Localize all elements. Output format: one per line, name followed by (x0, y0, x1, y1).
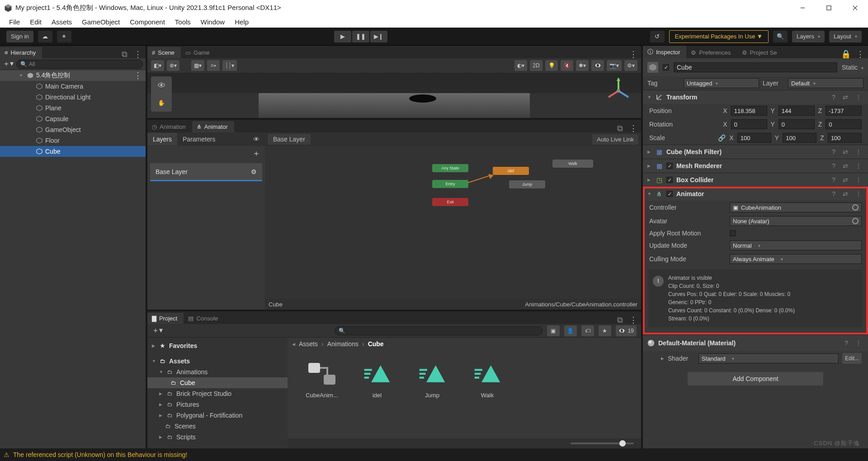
component-menu-icon[interactable]: ⋮ (854, 340, 863, 346)
visibility-toggle[interactable]: 👁‍🗨 (591, 60, 604, 71)
component-enable-checkbox[interactable] (666, 177, 673, 183)
gameobject-name-field[interactable] (674, 62, 837, 72)
help-icon[interactable]: ? (830, 190, 837, 198)
step-button[interactable]: ▶❙ (370, 31, 387, 42)
favorite-search-icon[interactable]: 🏷 (581, 325, 594, 336)
hierarchy-item[interactable]: Directional Light (0, 92, 146, 103)
lighting-toggle[interactable]: 💡 (545, 60, 558, 71)
hierarchy-popout-icon[interactable]: ⧉ (119, 50, 130, 58)
fx-toggle[interactable]: ✱▾ (576, 60, 589, 71)
menu-gameobject[interactable]: GameObject (77, 17, 124, 27)
state-entry[interactable]: Entry (432, 180, 468, 188)
close-button[interactable] (842, 0, 868, 16)
hierarchy-search[interactable]: 🔍All (16, 60, 143, 69)
rot-z-field[interactable]: 0 (826, 119, 862, 129)
state-exit[interactable]: Exit (432, 198, 468, 206)
shader-dropdown[interactable]: Standard (698, 353, 839, 363)
lock-icon[interactable]: 🔒 (839, 50, 853, 58)
folder-row-selected[interactable]: 🗀Cube (147, 377, 288, 388)
project-popout-icon[interactable]: ⧉ (614, 316, 626, 324)
breadcrumb-item[interactable]: Cube (368, 340, 384, 348)
minimize-button[interactable] (789, 0, 816, 16)
scene-viewport[interactable]: ✋ (147, 73, 641, 118)
animator-popout-icon[interactable]: ⧉ (614, 124, 626, 132)
breadcrumb-item[interactable]: Base Layer (268, 134, 311, 145)
asset-item[interactable]: Walk (467, 359, 508, 399)
camera-toggle[interactable]: 📷▾ (607, 60, 622, 71)
scene-menu-icon[interactable]: ⋮ (134, 71, 146, 80)
add-component-button[interactable]: Add Component (688, 372, 823, 386)
component-header-meshrenderer[interactable]: ▶▦Mesh Renderer?⇄⋮ (643, 159, 868, 173)
shading-dropdown[interactable]: ◧▾ (151, 60, 164, 71)
assets-root[interactable]: ▼🗀Assets (147, 356, 288, 367)
pos-z-field[interactable]: -1737 (826, 106, 862, 116)
preset-icon[interactable]: ⇄ (841, 176, 850, 183)
edit-shader-button[interactable]: Edit... (842, 353, 862, 364)
animator-graph[interactable]: Any State Entry Exit idel Walk Jump (265, 146, 641, 299)
scl-z-field[interactable]: 100 (828, 133, 862, 143)
object-picker-icon[interactable] (852, 218, 859, 224)
hierarchy-menu-icon[interactable]: ⋮ (130, 50, 146, 58)
hierarchy-item[interactable]: Capsule (0, 113, 146, 124)
scl-x-field[interactable]: 100 (737, 133, 771, 143)
help-icon[interactable]: ? (830, 148, 837, 155)
component-menu-icon[interactable]: ⋮ (854, 163, 863, 169)
breadcrumb-item[interactable]: Assets (299, 340, 318, 348)
tab-preferences[interactable]: ⚙Preferences (686, 47, 737, 58)
state-walk[interactable]: Walk (552, 160, 593, 168)
hidden-toggle[interactable]: 👁‍🗨19 (616, 325, 637, 336)
folder-row[interactable]: ▶🗀Pictures (147, 399, 288, 410)
search-by-type-icon[interactable]: ▣ (547, 325, 560, 336)
component-header-transform[interactable]: ▼ Transform ? ⇄ ⋮ (643, 90, 868, 104)
preset-icon[interactable]: ⇄ (841, 190, 850, 198)
orientation-gizmo[interactable] (605, 77, 632, 104)
folder-row[interactable]: ▶🗀Brick Project Studio (147, 388, 288, 399)
component-menu-icon[interactable]: ⋮ (854, 177, 863, 183)
grid-button[interactable]: ▦▾ (191, 60, 204, 71)
component-menu-icon[interactable]: ⋮ (854, 149, 863, 155)
update-mode-dropdown[interactable]: Normal (730, 240, 862, 250)
menu-window[interactable]: Window (196, 17, 229, 27)
signin-button[interactable]: Sign in (6, 31, 33, 42)
search-icon[interactable]: 🔍 (773, 31, 788, 42)
component-header-boxcollider[interactable]: ▶◳Box Collider?⇄⋮ (643, 173, 868, 187)
help-icon[interactable]: ? (830, 176, 837, 183)
controller-field[interactable]: ▣CubeAnimation (730, 202, 862, 212)
menu-tools[interactable]: Tools (170, 17, 195, 27)
eye-icon[interactable]: 👁 (248, 136, 265, 143)
project-thumbsize-slider[interactable] (288, 438, 641, 448)
folder-row[interactable]: ▶🗀Polygonal - Fortification (147, 410, 288, 421)
help-icon[interactable]: ? (830, 94, 837, 101)
avatar-field[interactable]: None (Avatar) (730, 216, 862, 226)
material-header[interactable]: Default-Material (Material) ? ⋮ (643, 335, 868, 351)
animator-parameters-tab[interactable]: Parameters (177, 133, 221, 146)
asset-item[interactable]: idel (356, 359, 398, 399)
animator-layers-tab[interactable]: Layers (147, 133, 177, 146)
tab-console[interactable]: ▤Console (184, 313, 224, 324)
layers-dropdown[interactable]: Layers (792, 31, 825, 42)
menu-help[interactable]: Help (230, 17, 253, 27)
component-menu-icon[interactable]: ⋮ (854, 94, 863, 100)
hierarchy-item[interactable]: Plane (0, 103, 146, 113)
add-layer-button[interactable]: ＋ (252, 148, 260, 159)
scl-y-field[interactable]: 100 (783, 133, 816, 143)
save-search-icon[interactable]: ★ (599, 325, 611, 336)
object-picker-icon[interactable] (852, 204, 859, 211)
favorites-header[interactable]: ▶★Favorites (147, 340, 288, 351)
tab-game[interactable]: ▭Game (181, 47, 216, 58)
rot-x-field[interactable]: 0 (731, 119, 767, 129)
menu-file[interactable]: File (5, 17, 24, 27)
tab-project[interactable]: ▇Project (147, 313, 184, 324)
experimental-packages-badge[interactable]: Experimental Packages In Use ▼ (669, 30, 769, 43)
hierarchy-item[interactable]: GameObject (0, 124, 146, 135)
preset-icon[interactable]: ⇄ (841, 148, 850, 155)
breadcrumb-back-icon[interactable]: ◂ (292, 340, 295, 348)
undo-history-icon[interactable]: ↺ (650, 31, 665, 42)
inspector-menu-icon[interactable]: ⋮ (853, 50, 868, 58)
scene-menu-icon[interactable]: ⋮ (626, 50, 641, 58)
hierarchy-item[interactable]: Main Camera (0, 81, 146, 92)
state-idel[interactable]: idel (493, 167, 529, 175)
project-add-button[interactable]: ＋▾ (152, 326, 163, 335)
pause-button[interactable]: ❚❚ (352, 31, 369, 42)
increment-button[interactable]: ┊┊▾ (222, 60, 237, 71)
